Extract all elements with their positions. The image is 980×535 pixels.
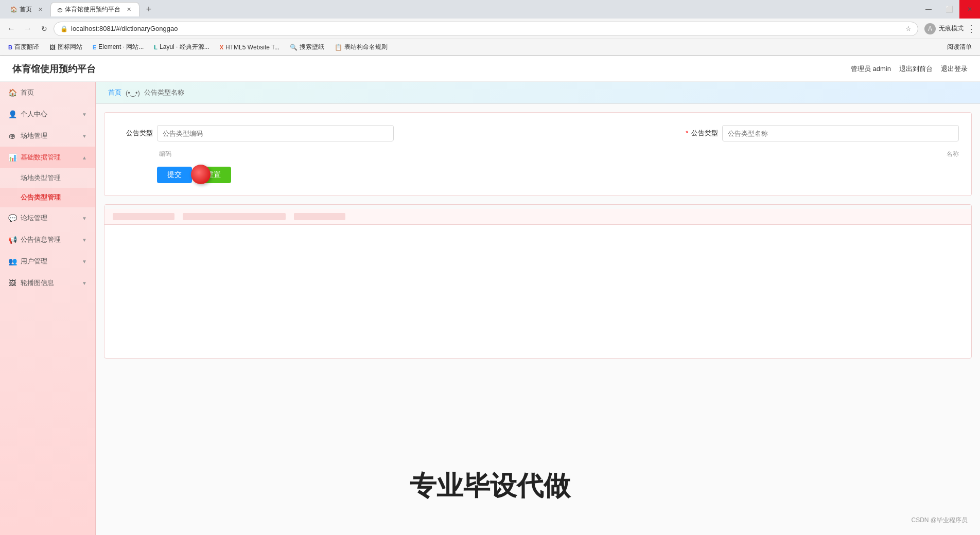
maximize-button[interactable]: ⬜ <box>939 0 959 19</box>
exit-frontend-button[interactable]: 退出到前台 <box>899 64 933 74</box>
sidebar-forum-label: 论坛管理 <box>21 213 47 223</box>
bookmark-table[interactable]: 📋 表结构命名规则 <box>330 42 392 52</box>
tab-bar: 🏠 首页 ✕ 🏟 体育馆使用预约平台 ✕ + — ⬜ ✕ <box>0 0 980 19</box>
address-text: localhost:8081/#/dictionaryGonggao <box>71 25 901 32</box>
notice-icon: 📢 <box>8 236 16 244</box>
sidebar-item-notice[interactable]: 📢 公告信息管理 ▼ <box>0 229 95 251</box>
bookmark-element[interactable]: E Element · 网站... <box>89 42 148 52</box>
home-icon: 🏠 <box>8 88 16 97</box>
watermark: CSDN @毕业程序员 <box>911 516 968 525</box>
sidebar-home-left: 🏠 首页 <box>8 88 34 97</box>
lock-icon: 🔒 <box>60 25 68 32</box>
sidebar-item-user[interactable]: 👥 用户管理 ▼ <box>0 251 95 272</box>
breadcrumb-emoji: (•‿•) <box>126 89 140 97</box>
tab-home-title: 首页 <box>20 5 32 14</box>
sidebar-item-personal[interactable]: 👤 个人中心 ▼ <box>0 103 95 125</box>
address-bar[interactable]: 🔒 localhost:8081/#/dictionaryGonggao ☆ <box>54 22 918 36</box>
tab-home[interactable]: 🏠 首页 ✕ <box>4 2 50 16</box>
sidebar-user-left: 👥 用户管理 <box>8 257 47 266</box>
app-title: 体育馆使用预约平台 <box>12 63 96 75</box>
bookmark-icon-site[interactable]: 🖼 图标网站 <box>45 42 86 52</box>
sidebar-item-forum[interactable]: 💬 论坛管理 ▼ <box>0 207 95 229</box>
bookmark-layui-label: Layui · 经典开源... <box>160 43 209 51</box>
table-col3-header <box>294 213 345 220</box>
tab-venue-close[interactable]: ✕ <box>125 6 133 14</box>
tab-venue[interactable]: 🏟 体育馆使用预约平台 ✕ <box>50 2 139 16</box>
venue-arrow-icon: ▼ <box>82 133 87 139</box>
tab-home-close[interactable]: ✕ <box>36 5 44 13</box>
bookmark-baidu[interactable]: B 百度翻译 <box>4 42 43 52</box>
sidebar-basedata-label: 基础数据管理 <box>21 153 61 162</box>
reading-list-button[interactable]: 阅读清单 <box>943 42 976 52</box>
notice-type-code-input[interactable] <box>157 125 394 141</box>
basedata-arrow-icon: ▲ <box>82 155 87 160</box>
bookmark-html5-label: HTML5 Website T... <box>225 44 279 51</box>
tab-venue-title: 体育馆使用预约平台 <box>65 5 120 14</box>
sidebar-item-carousel[interactable]: 🖼 轮播图信息 ▼ <box>0 272 95 294</box>
sidebar-subitem-notice-type[interactable]: 公告类型管理 <box>0 188 95 207</box>
admin-label: 管理员 admin <box>851 64 891 74</box>
notice-type-name-input[interactable] <box>722 125 959 141</box>
table-col1-header <box>113 213 174 220</box>
main-layout: 🏠 首页 👤 个人中心 ▼ 🏟 场地管理 ▼ <box>0 82 980 535</box>
app-header: 体育馆使用预约平台 管理员 admin 退出到前台 退出登录 <box>0 56 980 82</box>
form-label-name: * 公告类型 <box>682 129 718 138</box>
profile-button[interactable]: A <box>924 23 936 34</box>
reading-list-label: 阅读清单 <box>947 43 972 51</box>
new-tab-button[interactable]: + <box>142 2 156 16</box>
sidebar-item-basedata[interactable]: 📊 基础数据管理 ▲ <box>0 147 95 168</box>
bookmark-star-icon[interactable]: ☆ <box>905 25 912 32</box>
form-field-code: 公告类型 <box>117 125 394 141</box>
bookmark-element-label: Element · 网站... <box>98 43 144 51</box>
logout-button[interactable]: 退出登录 <box>941 64 968 74</box>
sidebar-item-home[interactable]: 🏠 首页 <box>0 82 95 103</box>
name-label-text: 公告类型 <box>691 129 718 137</box>
code-hint: 编码 <box>159 150 171 158</box>
form-container: 公告类型 * 公告类型 <box>104 112 972 196</box>
forward-button[interactable]: → <box>21 22 35 36</box>
sidebar-venue-left: 🏟 场地管理 <box>8 131 47 140</box>
sidebar-basedata-left: 📊 基础数据管理 <box>8 153 61 162</box>
tab-home-favicon: 🏠 <box>10 6 18 13</box>
menu-button[interactable]: ⋮ <box>967 23 976 34</box>
bottom-text: 专业毕设代做 <box>410 468 570 504</box>
back-button[interactable]: ← <box>4 22 19 36</box>
close-window-button[interactable]: ✕ <box>959 0 980 19</box>
carousel-arrow-icon: ▼ <box>82 280 87 286</box>
personal-arrow-icon: ▼ <box>82 112 87 117</box>
breadcrumb-home-link[interactable]: 首页 <box>108 88 121 97</box>
basedata-icon: 📊 <box>8 153 16 162</box>
forum-icon: 💬 <box>8 214 16 222</box>
bookmark-layui[interactable]: L Layui · 经典开源... <box>150 42 213 52</box>
sidebar-type-mgmt-label: 场地类型管理 <box>21 174 61 182</box>
nav-right-actions: A 无痕模式 ⋮ <box>924 23 976 34</box>
bookmark-table-favicon: 📋 <box>335 44 342 51</box>
minimize-button[interactable]: — <box>918 0 939 19</box>
app-container: 体育馆使用预约平台 管理员 admin 退出到前台 退出登录 🏠 首页 👤 个人… <box>0 56 980 535</box>
submit-button[interactable]: 提交 <box>157 167 192 183</box>
sidebar-personal-left: 👤 个人中心 <box>8 110 47 119</box>
bookmark-baidu-label: 百度翻译 <box>14 43 39 51</box>
sidebar-home-label: 首页 <box>21 88 34 97</box>
sidebar-item-venue[interactable]: 🏟 场地管理 ▼ <box>0 125 95 147</box>
header-actions: 管理员 admin 退出到前台 退出登录 <box>851 64 968 74</box>
code-label-text: 公告类型 <box>126 129 153 137</box>
bookmark-html5[interactable]: X HTML5 Website T... <box>216 43 284 52</box>
fear-cursor-overlay <box>191 165 211 184</box>
breadcrumb-current: 公告类型名称 <box>144 88 184 97</box>
sidebar-carousel-left: 🖼 轮播图信息 <box>8 278 54 288</box>
user-icon: 👥 <box>8 257 16 265</box>
avatar: A <box>924 23 936 34</box>
sidebar-subitem-type-mgmt[interactable]: 场地类型管理 <box>0 168 95 188</box>
cancel-button-wrapper: 重置 <box>196 167 231 183</box>
sidebar-carousel-label: 轮播图信息 <box>21 278 54 288</box>
reload-button[interactable]: ↻ <box>37 22 51 36</box>
bookmark-wallpaper[interactable]: 🔍 搜索壁纸 <box>286 42 328 52</box>
bookmark-table-label: 表结构命名规则 <box>344 43 388 51</box>
name-hint: 名称 <box>947 150 959 158</box>
table-col2-header <box>183 213 286 220</box>
bookmark-element-favicon: E <box>93 44 96 50</box>
sidebar: 🏠 首页 👤 个人中心 ▼ 🏟 场地管理 ▼ <box>0 82 96 535</box>
personal-icon: 👤 <box>8 110 16 118</box>
sidebar-venue-label: 场地管理 <box>21 131 47 140</box>
